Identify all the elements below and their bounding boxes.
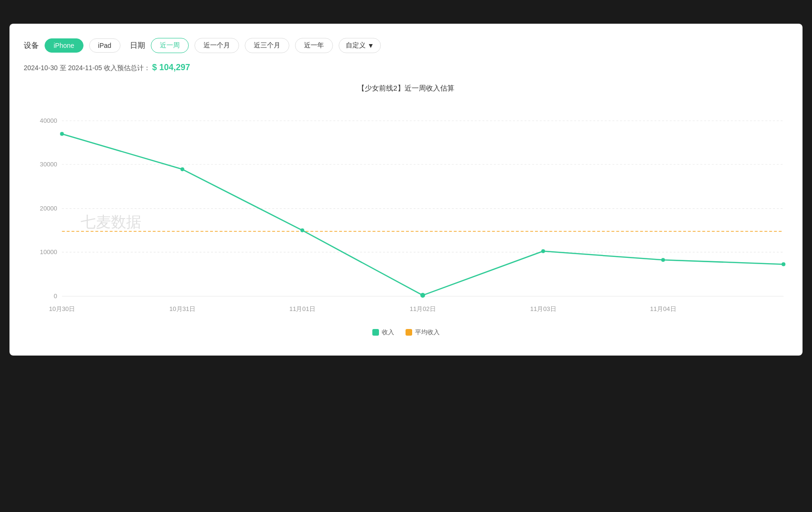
custom-button[interactable]: 自定义 ▼ <box>339 38 381 53</box>
legend-revenue-dot <box>372 329 379 336</box>
svg-point-17 <box>60 132 64 136</box>
svg-text:11月04日: 11月04日 <box>650 305 676 312</box>
svg-point-22 <box>661 258 665 262</box>
legend-avg-label: 平均收入 <box>415 328 440 337</box>
iphone-button[interactable]: iPhone <box>45 38 83 53</box>
three-months-button[interactable]: 近三个月 <box>245 38 289 53</box>
svg-text:10月31日: 10月31日 <box>169 305 195 312</box>
svg-text:20000: 20000 <box>40 205 57 212</box>
device-label: 设备 <box>24 41 39 51</box>
legend-revenue-label: 收入 <box>382 328 394 337</box>
svg-point-19 <box>300 229 304 232</box>
svg-text:10000: 10000 <box>40 248 57 256</box>
svg-point-21 <box>541 249 545 253</box>
chevron-down-icon: ▼ <box>368 42 374 49</box>
svg-text:11月03日: 11月03日 <box>530 305 556 312</box>
date-label: 日期 <box>130 41 145 51</box>
svg-text:40000: 40000 <box>40 117 57 124</box>
month-button[interactable]: 近一个月 <box>194 38 239 53</box>
svg-text:11月02日: 11月02日 <box>410 305 436 312</box>
svg-point-20 <box>420 293 425 298</box>
legend-avg-dot <box>406 329 412 336</box>
svg-text:30000: 30000 <box>40 161 57 168</box>
chart-wrapper: 七麦数据 40000 30000 20000 10000 0 <box>24 102 788 320</box>
chart-title: 【少女前线2】近一周收入估算 <box>24 84 788 93</box>
svg-text:0: 0 <box>54 293 57 300</box>
main-container: 设备 iPhone iPad 日期 近一周 近一个月 近三个月 近一年 自定义 … <box>9 24 803 356</box>
ipad-button[interactable]: iPad <box>89 38 120 53</box>
summary-date-range: 2024-10-30 至 2024-11-05 收入预估总计： <box>24 64 150 72</box>
summary-line: 2024-10-30 至 2024-11-05 收入预估总计： $ 104,29… <box>24 63 788 73</box>
svg-point-18 <box>180 167 184 171</box>
chart-svg: 40000 30000 20000 10000 0 10月30日 10月31日 … <box>24 102 788 320</box>
chart-area: 【少女前线2】近一周收入估算 七麦数据 40000 30000 20000 <box>24 84 788 337</box>
legend-avg: 平均收入 <box>406 328 440 337</box>
summary-amount: $ 104,297 <box>152 63 190 72</box>
week-button[interactable]: 近一周 <box>151 38 189 53</box>
chart-legend: 收入 平均收入 <box>24 328 788 337</box>
svg-point-23 <box>782 262 785 266</box>
toolbar: 设备 iPhone iPad 日期 近一周 近一个月 近三个月 近一年 自定义 … <box>24 38 788 53</box>
svg-text:11月01日: 11月01日 <box>289 305 315 312</box>
svg-text:10月30日: 10月30日 <box>49 305 75 312</box>
year-button[interactable]: 近一年 <box>295 38 333 53</box>
legend-revenue: 收入 <box>372 328 394 337</box>
